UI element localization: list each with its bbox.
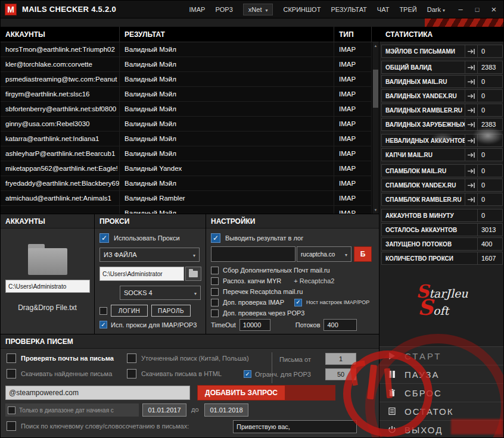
proxy-file-path-input[interactable] (99, 267, 184, 281)
checkbox[interactable] (211, 309, 219, 317)
proxy-imap-pop3-checkbox[interactable] (99, 321, 107, 328)
table-row[interactable]: atmichaud@earthlink.net:Animals1Валидный… (1, 191, 372, 206)
folder-icon[interactable] (28, 244, 67, 275)
table-scrollbar[interactable] (372, 42, 379, 214)
type-cell: IMAP (334, 57, 372, 71)
export-icon[interactable] (465, 90, 477, 102)
table-row[interactable]: ashleyharP@earthlink.net:Bearcub1Валидны… (1, 146, 372, 161)
keyword-input[interactable] (233, 420, 357, 433)
table-row[interactable]: sbfortenberry@earthlink.net:sbf0800Валид… (1, 102, 372, 117)
proxy-type-select[interactable]: SOCKS 4 (120, 286, 201, 300)
minimize-button[interactable] (452, 1, 469, 18)
table-row[interactable]: katarra@earthlink.net:Indiana1Валидный М… (1, 132, 372, 146)
reset-button[interactable]: СБРОС (379, 383, 504, 402)
column-header-type[interactable]: ТИП (334, 27, 372, 42)
export-icon[interactable] (465, 61, 477, 73)
proxy-auth-checkbox[interactable] (99, 307, 107, 315)
date-from-button[interactable]: 01.01.2017 (142, 403, 186, 417)
pause-button[interactable]: ПАУЗА (379, 365, 504, 383)
checkbox[interactable] (211, 277, 219, 285)
stat-row: ВАЛИДНЫХ ЗАРУБЕЖНЫХ2383 (381, 118, 503, 131)
menu-tray[interactable]: ТРЕЙ (399, 6, 416, 13)
account-cell: katarra@earthlink.net:Indiana1 (1, 132, 120, 146)
threads-input[interactable] (323, 319, 357, 331)
start-button[interactable]: СТАРТ (379, 346, 504, 365)
table-row[interactable]: firgym@earthlink.net:slsc16Валидный Мэйл… (1, 87, 372, 102)
date-range-checkbox[interactable] (8, 406, 15, 414)
scrollbar-thumb[interactable] (373, 70, 378, 108)
menu-pop3[interactable]: POP3 (215, 6, 232, 13)
scroll-down-icon[interactable] (372, 207, 379, 214)
brand-initial: S (418, 295, 433, 320)
password-button[interactable]: ПАРОЛЬ (151, 305, 191, 317)
stat-label: ОСТАЛОСЬ АККАУНТОВ (382, 224, 477, 236)
export-icon[interactable] (465, 45, 477, 57)
export-icon[interactable] (465, 118, 477, 130)
option-suffix: + Recaptcha2 (294, 277, 334, 284)
query-input[interactable] (5, 386, 190, 400)
checkbox[interactable] (294, 299, 302, 306)
export-icon[interactable] (465, 134, 477, 146)
column-header-accounts[interactable]: АККАУНТЫ (1, 27, 120, 42)
table-row[interactable]: miketappan562@earthlink.net:Eagle!Валидн… (1, 161, 372, 176)
stat-label: ЗАПУЩЕНО ПОТОКОВ (382, 238, 477, 250)
use-proxy-label: Использовать Прокси (114, 234, 180, 242)
table-row[interactable]: Валидный МэйлIMAP (1, 206, 372, 214)
table-row[interactable]: horsTmon@earthlink.net:Triumph02Валидный… (1, 42, 372, 57)
result-cell: Валидный Мэйл (120, 176, 334, 190)
stat-row: МЭЙЛОВ С ПИСЬМАМИ0 (381, 45, 503, 58)
menu-screenshot[interactable]: СКРИНШОТ (283, 6, 321, 13)
check-mail-checkbox[interactable] (7, 353, 16, 363)
table-row[interactable]: kler@torchlake.com:corvetteВалидный Мэйл… (1, 57, 372, 72)
add-query-button[interactable]: ДОБАВИТЬ ЗАПРОС (197, 385, 285, 401)
action-label: СТАРТ (405, 351, 442, 361)
checkbox[interactable] (211, 288, 219, 296)
checkbox[interactable] (211, 299, 219, 306)
exit-button[interactable]: ВЫХОД (379, 420, 504, 438)
menu-chat[interactable]: ЧАТ (377, 6, 390, 13)
pop3-limit-checkbox[interactable] (244, 370, 251, 378)
download-html-checkbox[interactable] (127, 369, 136, 378)
theme-dropdown[interactable]: Dark (427, 6, 445, 13)
export-icon[interactable] (465, 149, 477, 161)
refined-search-checkbox[interactable] (127, 353, 136, 363)
accounts-file-path-input[interactable] (5, 280, 90, 293)
stat-label: КАПЧИ MAIL.RU (382, 149, 465, 161)
option-label: Доп. проверка через POP3 (223, 309, 304, 317)
login-button[interactable]: ЛОГИН (111, 305, 148, 317)
export-icon[interactable] (465, 193, 477, 205)
date-to-button[interactable]: 01.01.2018 (204, 403, 248, 417)
letters-from-input[interactable] (325, 353, 356, 365)
table-row[interactable]: fryedaddy@earthlink.net:Blackbery69Валид… (1, 176, 372, 191)
download-found-label: Скачивать найденные письма (21, 370, 112, 377)
use-proxy-checkbox[interactable] (99, 233, 109, 243)
stat-group: СПАМБЛОК MAIL.RU0СПАМБЛОК YANDEX.RU0СПАМ… (381, 164, 503, 206)
export-icon[interactable] (465, 76, 477, 87)
menu-xnet-dropdown[interactable]: xNet (243, 4, 273, 15)
stat-row: ВАЛИДНЫХ RAMBLER.RU0 (381, 104, 503, 117)
table-row[interactable]: ginny@usa.com:Rebel3030Валидный МэйлIMAP (1, 117, 372, 132)
checkbox[interactable] (211, 267, 219, 274)
pop3-limit-label: Огранч. для POP3 (255, 371, 311, 378)
export-icon[interactable] (465, 165, 477, 177)
theme-label: Dark (427, 6, 441, 13)
column-header-result[interactable]: РЕЗУЛЬТАТ (120, 27, 334, 42)
timeout-input[interactable] (239, 319, 270, 331)
menu-imap[interactable]: IMAP (189, 6, 206, 13)
browse-folder-button[interactable] (185, 267, 201, 281)
pop3-limit-input[interactable] (325, 368, 356, 380)
export-icon[interactable] (465, 104, 477, 116)
maximize-button[interactable] (469, 1, 486, 18)
close-button[interactable] (486, 1, 502, 18)
keyword-checkbox[interactable] (7, 421, 16, 431)
proxy-source-select[interactable]: ИЗ ФАЙЛА (99, 248, 200, 262)
table-row[interactable]: psmediastreaming@twc.com:PeanutВалидный … (1, 72, 372, 87)
menu-result[interactable]: РЕЗУЛЬТАТ (331, 6, 366, 13)
account-cell: psmediastreaming@twc.com:Peanut (1, 72, 120, 86)
account-cell: fryedaddy@earthlink.net:Blackbery69 (1, 176, 120, 190)
scroll-up-icon[interactable] (372, 42, 379, 49)
export-icon[interactable] (465, 179, 477, 191)
rest-button[interactable]: ОСТАТОК (379, 402, 504, 420)
download-found-checkbox[interactable] (7, 369, 16, 378)
result-cell: Валидный Rambler (120, 191, 334, 205)
